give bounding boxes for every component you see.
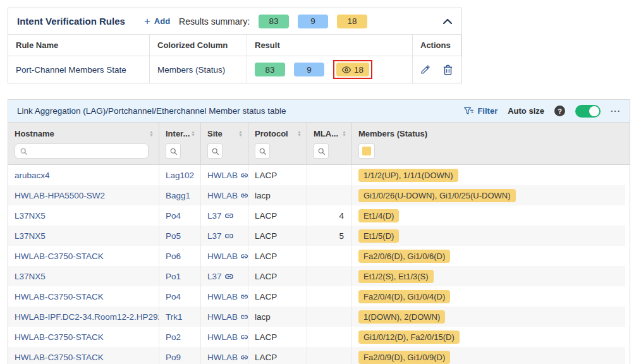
site-link[interactable]: HWLAB bbox=[207, 171, 238, 180]
hostname-link[interactable]: HWLAB-C3750-STACK bbox=[15, 292, 104, 301]
filter-icon bbox=[464, 107, 473, 116]
site-link[interactable]: L37 bbox=[207, 272, 222, 281]
filter-button[interactable]: Filter bbox=[464, 106, 498, 116]
summary-badge-green: 83 bbox=[259, 15, 289, 28]
add-rule-button[interactable]: + Add bbox=[144, 16, 170, 27]
hostname-link[interactable]: HWLAB-C3750-STACK bbox=[15, 252, 104, 261]
lag-table-title: Link Aggregation (LAG)/Portchannel/Ether… bbox=[17, 106, 286, 116]
result-cell: 83 9 18 bbox=[247, 56, 413, 83]
site-sort-header[interactable]: Site ▲▼ bbox=[207, 128, 244, 139]
site-filter-button[interactable] bbox=[207, 143, 223, 159]
delete-rule-button[interactable] bbox=[443, 64, 453, 75]
chevron-up-icon bbox=[443, 18, 453, 25]
collapse-panel-button[interactable] bbox=[443, 18, 453, 25]
hostname-link[interactable]: L37NX5 bbox=[15, 272, 46, 281]
mlag-sort-header[interactable]: MLA... ▲▼ bbox=[314, 128, 348, 139]
members-color-filter-button[interactable] bbox=[358, 143, 375, 159]
interface-link[interactable]: Po4 bbox=[166, 211, 181, 221]
site-link[interactable]: L37 bbox=[207, 231, 222, 241]
hostname-sort-header[interactable]: Hostname ▲▼ bbox=[15, 128, 155, 139]
mlag-filter-button[interactable] bbox=[314, 143, 329, 159]
interface-filter-button[interactable] bbox=[166, 143, 181, 159]
interface-sort-header[interactable]: Inter... ▲▼ bbox=[166, 128, 197, 139]
rules-col-rule-name: Rule Name bbox=[8, 35, 150, 56]
result-blue-badge-button[interactable]: 9 bbox=[294, 63, 324, 76]
result-green-badge-button[interactable]: 83 bbox=[255, 63, 285, 76]
interface-link[interactable]: Po6 bbox=[166, 252, 181, 261]
hostname-link[interactable]: HWLAB-C3750-STACK bbox=[15, 332, 104, 342]
search-icon bbox=[212, 148, 219, 155]
site-link[interactable]: L37 bbox=[207, 211, 222, 221]
interface-link[interactable]: Lag102 bbox=[166, 171, 194, 180]
protocol-sort-header[interactable]: Protocol ▲▼ bbox=[255, 128, 303, 139]
table-row: arubacx4 Lag102 HWLAB LACP 1/1/2(UP), 1/… bbox=[8, 165, 625, 185]
auto-size-label: Auto size bbox=[508, 106, 544, 116]
protocol-filter-button[interactable] bbox=[255, 143, 270, 159]
table-row: L37NX5 Po4 L37 LACP 4 Et1/4(D) bbox=[8, 205, 625, 226]
interface-link[interactable]: Trk1 bbox=[166, 312, 183, 322]
auto-size-toggle[interactable] bbox=[575, 105, 601, 118]
column-hostname: Hostname ▲▼ bbox=[8, 123, 159, 164]
members-status-badge: Gi1/0/26(U-DOWN), Gi1/0/25(U-DOWN) bbox=[358, 189, 516, 202]
mlag-value bbox=[307, 306, 352, 327]
site-link[interactable]: HWLAB bbox=[207, 191, 238, 200]
protocol-value: LACP bbox=[248, 266, 307, 286]
members-status-badge: Fa2/0/4(D), Gi1/0/4(D) bbox=[358, 290, 450, 303]
hostname-link[interactable]: L37NX5 bbox=[15, 211, 46, 221]
interface-link[interactable]: Bagg1 bbox=[166, 191, 190, 200]
site-link[interactable]: HWLAB bbox=[207, 353, 238, 362]
mlag-value bbox=[307, 246, 352, 266]
table-row: HWLAB-C3750-STACK Po4 HWLAB LACP Fa2/0/4… bbox=[8, 286, 625, 306]
protocol-value: LACP bbox=[248, 226, 307, 246]
hostname-link[interactable]: L37NX5 bbox=[15, 231, 46, 241]
protocol-value: LACP bbox=[248, 205, 307, 226]
site-link[interactable]: HWLAB bbox=[207, 292, 238, 301]
hostname-link[interactable]: HWLAB-IPF.DC2-34.Room12-2.HP2920 bbox=[15, 312, 159, 322]
interface-link[interactable]: Po4 bbox=[166, 292, 181, 301]
members-status-badge: 1(DOWN), 2(DOWN) bbox=[358, 310, 445, 324]
interface-link[interactable]: Po2 bbox=[166, 332, 181, 342]
result-badge-yellow: 18 bbox=[336, 63, 369, 76]
add-rule-label: Add bbox=[154, 16, 170, 26]
protocol-value: lacp bbox=[248, 185, 307, 205]
interface-link[interactable]: Po9 bbox=[166, 353, 181, 362]
lag-table-toolbar: Filter Auto size ? ··· bbox=[464, 105, 621, 118]
search-icon bbox=[318, 148, 325, 155]
interface-link[interactable]: Po5 bbox=[166, 231, 181, 241]
interface-link[interactable]: Po1 bbox=[166, 272, 181, 281]
search-icon bbox=[20, 148, 27, 155]
hostname-filter-input[interactable] bbox=[30, 145, 148, 157]
table-row: HWLAB-C3750-STACK Po9 HWLAB LACP Fa2/0/9… bbox=[8, 347, 625, 364]
more-options-icon[interactable]: ··· bbox=[611, 106, 621, 116]
members-status-badge: Et1/4(D) bbox=[358, 209, 399, 222]
hostname-link[interactable]: arubacx4 bbox=[15, 171, 50, 180]
results-summary-label: Results summary: bbox=[179, 16, 250, 27]
column-interface: Inter... ▲▼ bbox=[159, 123, 201, 164]
toggle-knob bbox=[589, 106, 599, 116]
trash-icon bbox=[443, 64, 453, 75]
hostname-link[interactable]: HWLAB-HPA5500-SW2 bbox=[15, 191, 105, 200]
mlag-value: 5 bbox=[307, 226, 352, 246]
hostname-link[interactable]: HWLAB-C3750-STACK bbox=[15, 353, 104, 362]
members-status-badge: Et1/2(S), Et1/3(S) bbox=[358, 270, 434, 283]
mlag-value bbox=[307, 347, 352, 364]
column-members-status: Members (Status) bbox=[352, 123, 630, 164]
help-icon[interactable]: ? bbox=[554, 106, 565, 116]
plus-icon: + bbox=[144, 16, 150, 27]
result-badge-green: 83 bbox=[255, 63, 285, 76]
link-icon bbox=[241, 314, 248, 320]
intent-verification-rules-panel: Intent Verification Rules + Add Results … bbox=[8, 8, 462, 83]
members-status-badge: Gi1/0/12(D), Fa2/0/15(D) bbox=[358, 331, 460, 344]
rules-col-actions: Actions bbox=[413, 35, 461, 56]
yellow-color-swatch bbox=[362, 147, 371, 155]
protocol-value: LACP bbox=[248, 347, 307, 364]
table-row: L37NX5 Po1 L37 LACP Et1/2(S), Et1/3(S) bbox=[8, 266, 625, 286]
sort-icon: ▲▼ bbox=[297, 130, 302, 136]
site-link[interactable]: HWLAB bbox=[207, 312, 238, 322]
result-yellow-badge-button-selected[interactable]: 18 bbox=[333, 60, 372, 79]
edit-rule-button[interactable] bbox=[420, 64, 430, 75]
protocol-value: LACP bbox=[248, 286, 307, 306]
summary-badge-blue: 9 bbox=[298, 15, 328, 28]
site-link[interactable]: HWLAB bbox=[207, 252, 238, 261]
site-link[interactable]: HWLAB bbox=[207, 332, 238, 342]
